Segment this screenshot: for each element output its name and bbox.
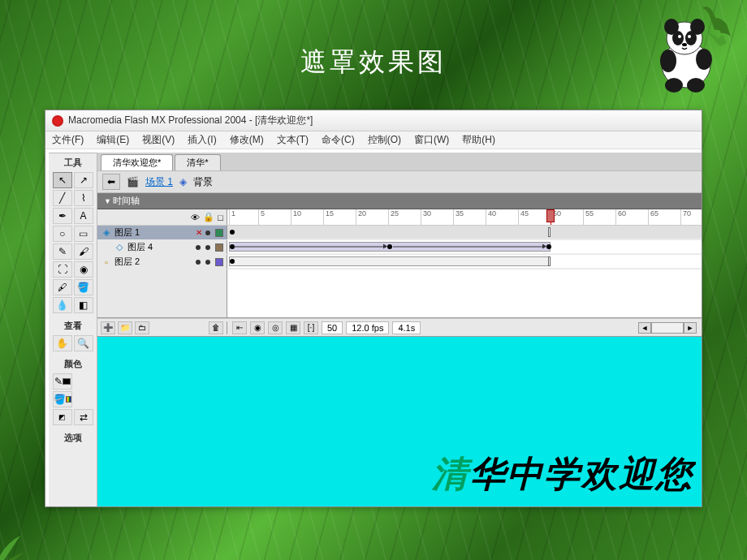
svg-point-6 (678, 35, 681, 38)
playhead[interactable] (546, 209, 555, 222)
eyedropper-tool[interactable]: 💧 (53, 297, 72, 313)
fill-color[interactable]: 🪣 (53, 391, 72, 407)
layer-dot[interactable] (196, 245, 201, 250)
scroll-right[interactable]: ► (684, 322, 697, 334)
lasso-tool[interactable]: ⌇ (74, 190, 93, 206)
layer-dot[interactable] (196, 260, 201, 265)
modify-markers-button[interactable]: [·] (304, 321, 318, 334)
elapsed-time: 4.1s (392, 321, 421, 334)
menu-file[interactable]: 文件(F) (45, 133, 90, 147)
layer-color[interactable] (215, 243, 223, 252)
layer-1-track[interactable] (227, 226, 702, 239)
add-folder-button[interactable]: 🗀 (135, 321, 149, 334)
frame-end (548, 227, 551, 237)
svg-point-11 (665, 78, 683, 93)
menu-window[interactable]: 窗口(W) (408, 133, 456, 147)
menu-command[interactable]: 命令(C) (315, 133, 361, 147)
brush-tool[interactable]: 🖌 (74, 243, 93, 260)
lock-icon[interactable]: 🔒 (203, 212, 214, 222)
oval-tool[interactable]: ○ (53, 226, 72, 242)
frame-span (229, 256, 551, 266)
menu-view[interactable]: 视图(V) (136, 133, 181, 147)
onion-skin-button[interactable]: ◉ (250, 321, 265, 334)
text-tool[interactable]: A (74, 208, 93, 224)
flash-app-window: Macromedia Flash MX Professional 2004 - … (45, 110, 702, 507)
menubar[interactable]: 文件(F) 编辑(E) 视图(V) 插入(I) 修改(M) 文本(T) 命令(C… (45, 131, 702, 149)
slide-title: 遮罩效果图 (300, 45, 447, 80)
ruler-tick: 40 (486, 209, 496, 225)
stage[interactable]: 清华中学欢迎您 (97, 337, 702, 506)
outline-icon[interactable]: □ (218, 213, 223, 222)
back-button[interactable]: ⬅ (102, 174, 120, 190)
menu-control[interactable]: 控制(O) (361, 133, 408, 147)
timeline-title: 时间轴 (104, 195, 140, 207)
tab-document-1[interactable]: 清华欢迎您* (101, 154, 173, 170)
layer-color[interactable] (215, 258, 223, 266)
default-colors[interactable]: ◩ (53, 409, 72, 425)
ruler-tick: 60 (615, 209, 626, 225)
transform-tool[interactable]: ⛶ (53, 261, 72, 278)
menu-modify[interactable]: 修改(M) (223, 133, 270, 147)
layer-2[interactable]: ▫ 图层 2 (97, 255, 227, 269)
scene-link[interactable]: 场景 1 (145, 175, 173, 189)
view-section-label: 查看 (64, 318, 82, 334)
paint-bucket-tool[interactable]: 🪣 (74, 279, 93, 295)
keyframe[interactable] (546, 244, 551, 249)
tab-document-2[interactable]: 清华* (175, 154, 220, 170)
svg-point-7 (688, 35, 691, 38)
scroll-track[interactable] (651, 322, 684, 334)
pencil-tool[interactable]: ✎ (53, 243, 72, 260)
timeline-header[interactable]: 时间轴 (97, 193, 702, 209)
layer-1[interactable]: ◈ 图层 1 ✕ (97, 226, 227, 239)
swap-colors[interactable]: ⇄ (74, 409, 93, 425)
ink-bottle-tool[interactable]: 🖋 (53, 279, 72, 295)
keyframe[interactable] (230, 259, 235, 264)
stroke-color[interactable]: ✎ (53, 373, 72, 390)
zoom-tool[interactable]: 🔍 (74, 335, 93, 351)
eraser-tool[interactable]: ◧ (74, 297, 93, 313)
svg-point-9 (660, 50, 676, 72)
hand-tool[interactable]: ✋ (53, 335, 72, 351)
layer-controls-header: 👁 🔒 □ (97, 209, 227, 225)
delete-layer-button[interactable]: 🗑 (209, 321, 223, 334)
frame-end (548, 256, 551, 266)
layer-4-track[interactable] (227, 240, 702, 254)
layer-dot[interactable] (205, 245, 210, 250)
options-section-label: 选项 (64, 430, 82, 446)
edit-multiple-button[interactable]: ▦ (286, 321, 300, 334)
center-frame-button[interactable]: ⇤ (232, 321, 247, 334)
ruler-tick: 30 (421, 209, 431, 225)
timeline-area: 👁 🔒 □ 1 5 10 15 20 25 30 35 (97, 209, 702, 337)
eye-icon[interactable]: 👁 (191, 213, 200, 222)
subselection-tool[interactable]: ↗ (74, 172, 93, 188)
rectangle-tool[interactable]: ▭ (74, 226, 93, 242)
pen-tool[interactable]: ✒ (53, 208, 72, 224)
toolbox: 工具 ↖ ↗ ╱ ⌇ ✒ A ○ ▭ ✎ 🖌 ⛶ ◉ 🖋 🪣 💧 (49, 153, 97, 506)
keyframe[interactable] (230, 230, 235, 235)
layer-2-track[interactable] (227, 255, 702, 269)
keyframe[interactable] (387, 244, 392, 249)
menu-help[interactable]: 帮助(H) (456, 133, 502, 147)
layer-4[interactable]: ◇ 图层 4 (97, 240, 227, 254)
corner-leaf-decoration (0, 519, 41, 560)
svg-point-4 (672, 31, 684, 45)
menu-edit[interactable]: 编辑(E) (90, 133, 136, 147)
mask-layer-icon: ◈ (101, 227, 112, 239)
layer-hide-icon[interactable]: ✕ (196, 230, 201, 235)
add-layer-button[interactable]: ➕ (101, 321, 115, 334)
stage-text: 清华中学欢迎您 (432, 450, 693, 498)
layer-dot[interactable] (205, 260, 210, 265)
layer-lock-dot[interactable] (205, 230, 210, 235)
selection-tool[interactable]: ↖ (53, 172, 72, 188)
menu-insert[interactable]: 插入(I) (181, 133, 222, 147)
add-guide-button[interactable]: 📁 (118, 321, 132, 334)
line-tool[interactable]: ╱ (53, 190, 72, 206)
layer-color[interactable] (215, 229, 223, 237)
timeline-ruler[interactable]: 1 5 10 15 20 25 30 35 40 45 50 55 (227, 209, 702, 225)
scroll-left[interactable]: ◄ (638, 322, 651, 334)
onion-outline-button[interactable]: ◎ (268, 321, 283, 334)
symbol-name: 背景 (193, 175, 213, 189)
menu-text[interactable]: 文本(T) (270, 133, 315, 147)
empty-layer-area (97, 269, 227, 317)
gradient-tool[interactable]: ◉ (74, 261, 93, 278)
